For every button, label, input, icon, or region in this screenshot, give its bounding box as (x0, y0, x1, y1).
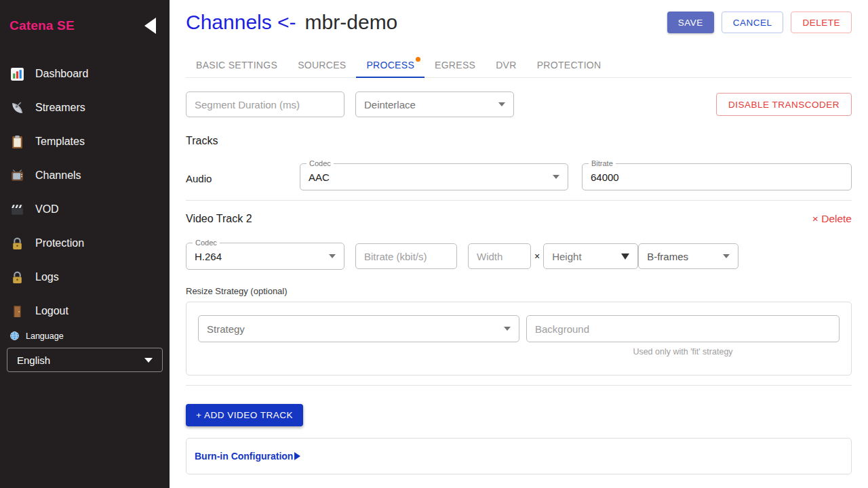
audio-track-row: Audio Codec AAC Bitrate (186, 163, 852, 190)
deinterlace-select[interactable]: Deinterlace (355, 92, 514, 117)
strategy-select[interactable]: Strategy (198, 315, 519, 342)
expand-arrow-icon (294, 452, 300, 460)
chevron-down-icon (329, 254, 336, 258)
sidebar-item-protection[interactable]: Protection (0, 226, 170, 260)
strategy-placeholder: Strategy (207, 323, 245, 335)
page-header: Channels <- mbr-demo SAVE CANCEL DELETE (186, 11, 852, 34)
sidebar-header: Catena SE (0, 0, 170, 50)
sidebar-item-streamers[interactable]: Streamers (0, 91, 170, 125)
sidebar-item-label: VOD (35, 203, 59, 216)
tab-dvr[interactable]: DVR (486, 53, 526, 77)
cancel-button[interactable]: CANCEL (722, 12, 784, 33)
tab-process-label: PROCESS (366, 60, 414, 70)
main-content: Channels <- mbr-demo SAVE CANCEL DELETE … (170, 0, 868, 488)
audio-codec-field-label: Codec (307, 159, 334, 168)
video-codec-field-label: Codec (193, 239, 220, 247)
video-bframes-placeholder: B-frames (647, 251, 688, 262)
chevron-down-icon (553, 175, 559, 179)
chevron-down-icon (144, 358, 153, 363)
dimension-separator: × (534, 251, 540, 262)
delete-video-track-link[interactable]: × Delete (812, 213, 852, 225)
sidebar-item-channels[interactable]: Channels (0, 159, 170, 192)
tv-icon (9, 168, 24, 183)
video-bframes-select[interactable]: B-frames (638, 243, 738, 269)
sidebar-item-label: Logout (35, 305, 68, 317)
sidebar-item-label: Logs (35, 271, 59, 283)
sidebar-item-logs[interactable]: Logs (0, 260, 170, 294)
sidebar-item-label: Dashboard (35, 68, 88, 80)
chevron-down-icon (498, 102, 505, 106)
clapperboard-icon (9, 202, 24, 217)
language-select[interactable]: English (7, 348, 163, 372)
resize-strategy-panel: Strategy Used only with 'fit' strategy (186, 302, 852, 375)
brand-logo: Catena SE (9, 18, 75, 33)
lock-icon (9, 270, 24, 285)
lock-icon (9, 236, 24, 251)
clipboard-icon (9, 134, 24, 149)
add-video-track-button[interactable]: + ADD VIDEO TRACK (186, 404, 303, 426)
audio-bitrate-input[interactable] (591, 171, 843, 183)
video-codec-select[interactable]: Codec H.264 (186, 243, 344, 270)
sidebar-item-label: Protection (35, 237, 84, 249)
segment-duration-input[interactable] (186, 92, 344, 117)
save-button[interactable]: SAVE (667, 12, 714, 33)
audio-row-label: Audio (186, 173, 300, 190)
sidebar-item-templates[interactable]: Templates (0, 125, 170, 159)
tracks-heading: Tracks (186, 135, 852, 147)
delete-button[interactable]: DELETE (791, 12, 852, 33)
divider (186, 200, 852, 201)
audio-codec-select[interactable]: Codec AAC (300, 163, 568, 190)
disable-transcoder-button[interactable]: DISABLE TRANSCODER (716, 93, 852, 116)
sidebar-item-label: Templates (35, 136, 85, 148)
chevron-down-icon (504, 327, 511, 331)
globe-icon (9, 331, 20, 341)
channel-name: mbr-demo (305, 11, 398, 34)
audio-bitrate-field: Bitrate (582, 163, 852, 190)
burn-in-configuration-expander[interactable]: Burn-in Configuration (186, 438, 852, 474)
tab-protection[interactable]: PROTECTION (527, 53, 612, 77)
door-icon (9, 304, 24, 319)
sidebar-item-dashboard[interactable]: Dashboard (0, 57, 170, 91)
language-section: Language English (0, 331, 170, 372)
sidebar: Catena SE Dashboard Streamers Templates (0, 0, 170, 488)
video-track-header: Video Track 2 × Delete (186, 213, 852, 225)
breadcrumb-channels-link[interactable]: Channels <- (186, 11, 296, 34)
sidebar-item-label: Channels (35, 169, 81, 182)
tab-sources[interactable]: SOURCES (288, 53, 356, 77)
sidebar-nav: Dashboard Streamers Templates Channels V… (0, 57, 170, 328)
video-bitrate-input[interactable] (355, 243, 457, 269)
page-title: Channels <- mbr-demo (186, 11, 397, 34)
resize-strategy-heading: Resize Strategy (optional) (186, 286, 852, 296)
video-track-heading: Video Track 2 (186, 213, 252, 225)
sidebar-item-logout[interactable]: Logout (0, 294, 170, 328)
unsaved-changes-badge (416, 57, 420, 62)
background-input[interactable] (526, 315, 840, 342)
header-actions: SAVE CANCEL DELETE (667, 12, 852, 33)
divider (186, 385, 852, 386)
language-selected-value: English (17, 354, 50, 366)
sidebar-item-vod[interactable]: VOD (0, 192, 170, 226)
video-codec-value: H.264 (195, 251, 222, 262)
chevron-down-icon (723, 254, 730, 258)
tab-egress[interactable]: EGRESS (425, 53, 486, 77)
deinterlace-placeholder: Deinterlace (364, 99, 416, 110)
audio-codec-value: AAC (309, 171, 330, 183)
background-helper-text: Used only with 'fit' strategy (526, 347, 840, 357)
language-label: Language (26, 331, 64, 341)
sidebar-item-label: Streamers (35, 102, 85, 114)
video-width-input[interactable] (468, 243, 531, 269)
tab-bar: BASIC SETTINGS SOURCES PROCESS EGRESS DV… (186, 53, 852, 78)
transcoder-settings-row: Deinterlace DISABLE TRANSCODER (186, 92, 852, 117)
audio-bitrate-field-label: Bitrate (589, 159, 616, 168)
tab-basic-settings[interactable]: BASIC SETTINGS (186, 53, 288, 77)
bar-chart-icon (9, 66, 24, 81)
video-height-select[interactable]: Height (543, 243, 638, 269)
sidebar-collapse-icon[interactable] (144, 18, 156, 34)
tab-process[interactable]: PROCESS (356, 53, 425, 77)
video-height-placeholder: Height (552, 251, 581, 262)
satellite-dish-icon (9, 100, 24, 115)
burn-in-configuration-label: Burn-in Configuration (195, 451, 293, 462)
video-track-fields-row: Codec H.264 × Height B-frames (186, 243, 852, 270)
chevron-down-icon (621, 253, 629, 260)
